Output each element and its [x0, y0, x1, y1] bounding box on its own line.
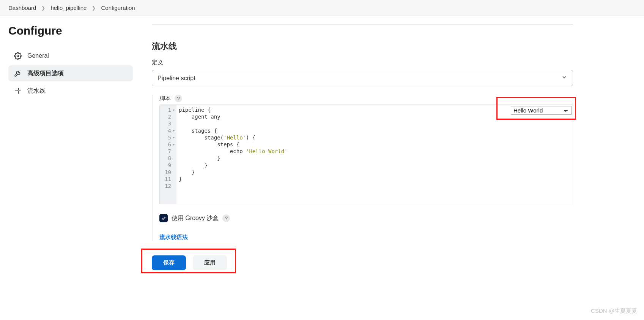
pipe-icon [14, 87, 22, 95]
sidebar: Configure General 高级项目选项 流水线 [0, 16, 137, 282]
section-title: 流水线 [152, 41, 621, 52]
pipeline-syntax-link[interactable]: 流水线语法 [159, 234, 188, 241]
sample-script-select[interactable]: Hello World [511, 106, 572, 115]
save-button[interactable]: 保存 [152, 255, 186, 270]
sidebar-item-label: 流水线 [27, 87, 46, 95]
code-editor[interactable]: 1▾234▾5▾6▾789101112 pipeline { agent any… [159, 105, 573, 204]
gear-icon [14, 52, 22, 60]
apply-button[interactable]: 应用 [193, 255, 227, 270]
definition-label: 定义 [152, 59, 621, 66]
help-icon[interactable]: ? [222, 214, 230, 222]
chevron-down-icon [561, 74, 567, 82]
sidebar-item-general[interactable]: General [8, 48, 133, 64]
definition-select[interactable]: Pipeline script [152, 70, 573, 86]
wrench-icon [14, 69, 22, 78]
sidebar-item-label: General [27, 52, 49, 59]
breadcrumb: Dashboard ❯ hello_pipelline ❯ Configurat… [0, 0, 644, 16]
sidebar-item-pipeline[interactable]: 流水线 [8, 83, 133, 99]
sidebar-item-label: 高级项目选项 [27, 70, 64, 78]
page-title: Configure [8, 24, 133, 37]
breadcrumb-item[interactable]: Dashboard [8, 5, 36, 11]
main-content: 流水线 定义 Pipeline script 脚本 ? Hello World … [137, 16, 644, 282]
script-label: 脚本 [159, 95, 171, 102]
chevron-right-icon: ❯ [41, 5, 45, 11]
help-icon[interactable]: ? [175, 95, 182, 102]
chevron-right-icon: ❯ [92, 5, 96, 11]
sidebar-item-advanced[interactable]: 高级项目选项 [8, 65, 133, 81]
definition-value: Pipeline script [157, 75, 195, 82]
sandbox-checkbox[interactable] [159, 214, 168, 222]
svg-point-0 [17, 55, 19, 57]
sandbox-label: 使用 Groovy 沙盒 [172, 214, 219, 222]
breadcrumb-item[interactable]: hello_pipelline [50, 5, 87, 11]
breadcrumb-item[interactable]: Configuration [101, 5, 135, 11]
